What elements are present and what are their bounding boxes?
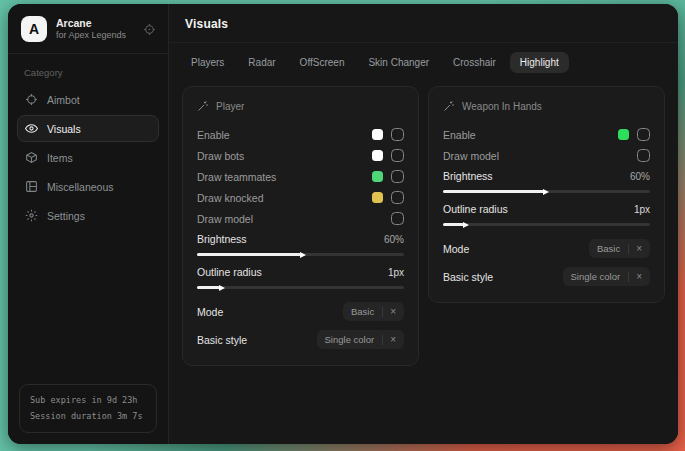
setting-row-mode: ModeBasic× (197, 299, 404, 324)
setting-row-enable: Enable (443, 124, 650, 145)
sidebar-item-label: Settings (47, 210, 85, 222)
remove-icon[interactable]: × (628, 244, 642, 254)
setting-row-draw-model: Draw model (197, 208, 404, 229)
page-title: Visuals (185, 17, 662, 31)
tab-crosshair[interactable]: Crosshair (443, 52, 506, 73)
checkbox-draw-model[interactable] (637, 149, 650, 162)
checkbox-enable[interactable] (637, 128, 650, 141)
slider-outline-radius[interactable] (197, 286, 404, 289)
setting-label: Basic style (197, 334, 247, 346)
setting-label: Outline radius (443, 203, 508, 215)
setting-label: Basic style (443, 271, 493, 283)
checkbox-enable[interactable] (391, 128, 404, 141)
sidebar: A Arcane for Apex Legends Category Aimbo… (8, 4, 169, 444)
setting-row-draw-teammates: Draw teammates (197, 166, 404, 187)
color-swatch-draw-bots[interactable] (372, 150, 383, 161)
slider-thumb[interactable] (543, 189, 549, 195)
select-basic-style[interactable]: Single color× (317, 330, 404, 349)
category-label: Category (24, 67, 154, 78)
panel-weapon-in-hands: Weapon In HandsEnableDraw modelBrightnes… (428, 86, 665, 303)
setting-label: Brightness (443, 170, 493, 182)
wand-icon (197, 100, 209, 112)
setting-row-outline-radius: Outline radius1px (443, 203, 650, 226)
setting-label: Outline radius (197, 266, 262, 278)
slider-thumb[interactable] (219, 285, 225, 291)
gear-icon (25, 209, 38, 222)
setting-row-basic-style: Basic styleSingle color× (197, 327, 404, 352)
color-swatch-draw-teammates[interactable] (372, 171, 383, 182)
sidebar-nav: AimbotVisualsItemsMiscellaneousSettings (8, 85, 168, 230)
sidebar-item-items[interactable]: Items (17, 144, 159, 171)
remove-icon[interactable]: × (628, 272, 642, 282)
checkbox-draw-bots[interactable] (391, 149, 404, 162)
sidebar-item-label: Miscellaneous (47, 181, 114, 193)
app-window: A Arcane for Apex Legends Category Aimbo… (8, 4, 678, 444)
tab-offscreen[interactable]: OffScreen (290, 52, 355, 73)
setting-row-mode: ModeBasic× (443, 236, 650, 261)
eye-icon (25, 122, 38, 135)
main-header: Visuals (169, 4, 678, 43)
sidebar-item-label: Visuals (47, 123, 81, 135)
app-subtitle: for Apex Legends (56, 30, 134, 41)
checkbox-draw-model[interactable] (391, 212, 404, 225)
slider-thumb[interactable] (300, 252, 306, 258)
setting-label: Draw model (443, 150, 499, 162)
setting-label: Draw knocked (197, 192, 264, 204)
select-basic-style[interactable]: Single color× (563, 267, 650, 286)
slider-value: 60% (384, 234, 404, 245)
tab-radar[interactable]: Radar (238, 52, 285, 73)
select-mode[interactable]: Basic× (343, 302, 404, 321)
sidebar-item-miscellaneous[interactable]: Miscellaneous (17, 173, 159, 200)
tab-bar: PlayersRadarOffScreenSkin ChangerCrossha… (169, 43, 678, 80)
slider-outline-radius[interactable] (443, 223, 650, 226)
tab-players[interactable]: Players (181, 52, 234, 73)
color-swatch-enable[interactable] (372, 129, 383, 140)
setting-row-draw-bots: Draw bots (197, 145, 404, 166)
setting-label: Enable (197, 129, 230, 141)
checkbox-draw-teammates[interactable] (391, 170, 404, 183)
panel-title: Weapon In Hands (443, 100, 650, 112)
slider-value: 1px (388, 267, 404, 278)
wand-icon (443, 100, 455, 112)
sidebar-item-aimbot[interactable]: Aimbot (17, 86, 159, 113)
remove-icon[interactable]: × (382, 307, 396, 317)
slider-brightness[interactable] (443, 190, 650, 193)
slider-brightness[interactable] (197, 253, 404, 256)
remove-icon[interactable]: × (382, 335, 396, 345)
setting-label: Mode (443, 243, 469, 255)
setting-row-draw-model: Draw model (443, 145, 650, 166)
select-value: Single color (325, 334, 375, 345)
setting-row-brightness: Brightness60% (197, 233, 404, 256)
app-name: Arcane (56, 17, 134, 30)
tab-highlight[interactable]: Highlight (510, 52, 569, 73)
tab-skin-changer[interactable]: Skin Changer (358, 52, 439, 73)
slider-value: 1px (634, 204, 650, 215)
checkbox-draw-knocked[interactable] (391, 191, 404, 204)
app-logo: A (21, 16, 47, 42)
setting-label: Draw teammates (197, 171, 276, 183)
slider-thumb[interactable] (463, 222, 469, 228)
setting-row-basic-style: Basic styleSingle color× (443, 264, 650, 289)
setting-label: Mode (197, 306, 223, 318)
slider-value: 60% (630, 171, 650, 182)
setting-row-outline-radius: Outline radius1px (197, 266, 404, 289)
crosshair-icon (25, 93, 38, 106)
sub-expiry-text: Sub expires in 9d 23h (30, 393, 146, 408)
box-icon (25, 151, 38, 164)
select-mode[interactable]: Basic× (589, 239, 650, 258)
target-icon[interactable] (143, 23, 156, 36)
panel-title: Player (197, 100, 404, 112)
panel-player: PlayerEnableDraw botsDraw teammatesDraw … (182, 86, 419, 366)
sidebar-item-visuals[interactable]: Visuals (17, 115, 159, 142)
setting-row-brightness: Brightness60% (443, 170, 650, 193)
session-info-box: Sub expires in 9d 23h Session duration 3… (19, 384, 157, 433)
sidebar-item-label: Items (47, 152, 73, 164)
setting-label: Draw model (197, 213, 253, 225)
layout-icon (25, 180, 38, 193)
setting-label: Enable (443, 129, 476, 141)
color-swatch-draw-knocked[interactable] (372, 192, 383, 203)
session-duration-text: Session duration 3m 7s (30, 409, 146, 424)
color-swatch-enable[interactable] (618, 129, 629, 140)
sidebar-item-settings[interactable]: Settings (17, 202, 159, 229)
select-value: Basic (351, 306, 374, 317)
